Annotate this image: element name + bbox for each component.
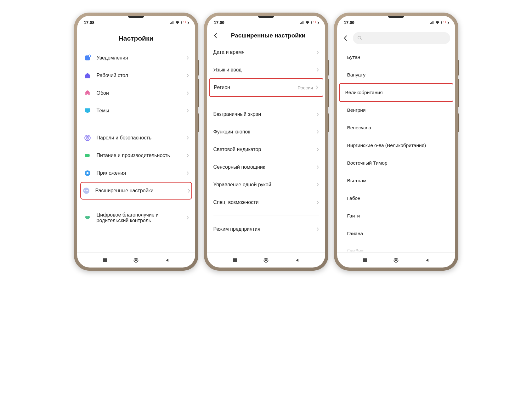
chevron-right-icon xyxy=(186,74,189,77)
settings-row-group2-2[interactable]: Приложения xyxy=(82,164,191,182)
region-item-11[interactable]: Гамбия xyxy=(342,242,451,252)
svg-point-13 xyxy=(86,172,88,174)
adv-row-group2-5[interactable]: Спец. возможности xyxy=(212,194,321,211)
settings-row-group1-1[interactable]: Рабочий стол xyxy=(82,67,191,84)
svg-point-9 xyxy=(87,137,88,138)
chevron-right-icon xyxy=(316,112,319,116)
nav-bar xyxy=(77,252,195,268)
chevron-right-icon xyxy=(186,216,189,220)
region-item-4[interactable]: Венесуэла xyxy=(342,119,451,137)
svg-point-1 xyxy=(88,55,91,57)
region-item-6[interactable]: Восточный Тимор xyxy=(342,154,451,172)
clock: 17:09 xyxy=(214,20,224,25)
row-label: Дата и время xyxy=(213,49,316,55)
adv-row-group2-4[interactable]: Управление одной рукой xyxy=(212,176,321,194)
nav-recent[interactable] xyxy=(232,257,238,263)
region-item-5[interactable]: Виргинские о-ва (Великобритания) xyxy=(342,137,451,154)
region-item-7[interactable]: Вьетнам xyxy=(342,172,451,189)
settings-row-group2-0[interactable]: Пароли и безопасность xyxy=(82,129,191,147)
adv-row-group3-0[interactable]: Режим предприятия xyxy=(212,220,321,238)
nav-back[interactable] xyxy=(164,257,170,263)
row-label: Световой индикатор xyxy=(213,147,316,152)
back-button[interactable] xyxy=(342,35,348,41)
row-label: Сенсорный помощник xyxy=(213,164,316,170)
shield-icon xyxy=(83,134,92,142)
region-item-9[interactable]: Гаити xyxy=(342,207,451,225)
region-item-3[interactable]: Венгрия xyxy=(342,101,451,119)
svg-point-17 xyxy=(87,190,88,191)
chevron-right-icon xyxy=(316,130,319,134)
settings-row-group1-3[interactable]: Темы xyxy=(82,102,191,120)
region-item-8[interactable]: Габон xyxy=(342,189,451,207)
adv-row-group2-2[interactable]: Световой индикатор xyxy=(212,141,321,158)
region-label: Венесуэла xyxy=(347,125,371,131)
chevron-right-icon xyxy=(316,165,319,169)
region-label: Вануату xyxy=(347,72,365,78)
nav-back[interactable] xyxy=(294,257,300,263)
page-title: Настройки xyxy=(82,29,191,49)
notif-icon xyxy=(83,54,92,62)
adv-row-group1-0[interactable]: Дата и время xyxy=(212,43,321,61)
nav-home[interactable] xyxy=(393,257,399,263)
settings-row-group2-3[interactable]: Расширенные настройки xyxy=(80,182,192,200)
svg-rect-6 xyxy=(86,112,88,113)
settings-row-group1-2[interactable]: Обои xyxy=(82,84,191,102)
adv-row-group2-3[interactable]: Сенсорный помощник xyxy=(212,158,321,176)
wifi-icon xyxy=(175,21,180,24)
svg-rect-28 xyxy=(363,258,367,262)
region-label: Вьетнам xyxy=(347,178,366,183)
chevron-right-icon xyxy=(316,86,318,89)
chevron-right-icon xyxy=(316,227,319,231)
chevron-right-icon xyxy=(186,91,189,95)
row-label: Безграничный экран xyxy=(213,111,316,117)
settings-row-group1-0[interactable]: Уведомления xyxy=(82,49,191,67)
region-item-10[interactable]: Гайана xyxy=(342,225,451,242)
svg-point-25 xyxy=(265,259,267,261)
dots-icon xyxy=(82,187,90,195)
battery-icon: 11 xyxy=(181,21,188,24)
region-item-2[interactable]: Великобритания xyxy=(340,84,453,101)
chevron-right-icon xyxy=(186,56,189,60)
row-label: Рабочий стол xyxy=(97,73,186,78)
clock: 17:09 xyxy=(344,20,354,25)
signal-icon xyxy=(300,21,303,24)
battery-icon xyxy=(83,151,92,160)
nav-home[interactable] xyxy=(133,257,139,263)
nav-recent[interactable] xyxy=(102,257,108,263)
row-label: Темы xyxy=(97,108,186,114)
battery-icon: 11 xyxy=(441,21,448,24)
settings-row-group2-1[interactable]: Питание и производительность xyxy=(82,147,191,164)
svg-point-16 xyxy=(86,190,87,191)
row-label: Расширенные настройки xyxy=(95,188,188,194)
page-title: Расширенные настройки xyxy=(223,32,314,39)
svg-point-22 xyxy=(135,259,137,261)
home-icon xyxy=(83,71,92,80)
svg-rect-5 xyxy=(85,108,90,112)
row-value: Россия xyxy=(297,85,313,90)
region-label: Гамбия xyxy=(347,248,364,252)
svg-point-4 xyxy=(88,92,90,95)
region-label: Венгрия xyxy=(347,107,366,113)
nav-back[interactable] xyxy=(424,257,430,263)
region-item-1[interactable]: Вануату xyxy=(342,66,451,84)
adv-row-group2-0[interactable]: Безграничный экран xyxy=(212,105,321,123)
svg-rect-11 xyxy=(89,155,90,156)
flower-icon xyxy=(83,89,92,97)
svg-point-30 xyxy=(395,259,397,261)
region-label: Бутан xyxy=(347,54,360,60)
adv-row-group2-1[interactable]: Функции кнопок xyxy=(212,123,321,141)
wifi-icon xyxy=(435,21,440,24)
region-item-0[interactable]: Бутан xyxy=(342,48,451,66)
chevron-right-icon xyxy=(186,136,189,140)
adv-row-group1-2[interactable]: Регион Россия xyxy=(210,79,323,96)
settings-row-group3-0[interactable]: Цифровое благополучие и родительский кон… xyxy=(82,209,191,227)
search-input[interactable] xyxy=(353,32,450,44)
back-button[interactable] xyxy=(212,32,218,39)
region-label: Великобритания xyxy=(345,90,383,95)
nav-recent[interactable] xyxy=(362,257,368,263)
row-label: Режим предприятия xyxy=(213,226,316,232)
svg-point-3 xyxy=(85,92,88,95)
nav-home[interactable] xyxy=(263,257,269,263)
adv-row-group1-1[interactable]: Язык и ввод xyxy=(212,61,321,79)
chevron-right-icon xyxy=(316,200,319,204)
